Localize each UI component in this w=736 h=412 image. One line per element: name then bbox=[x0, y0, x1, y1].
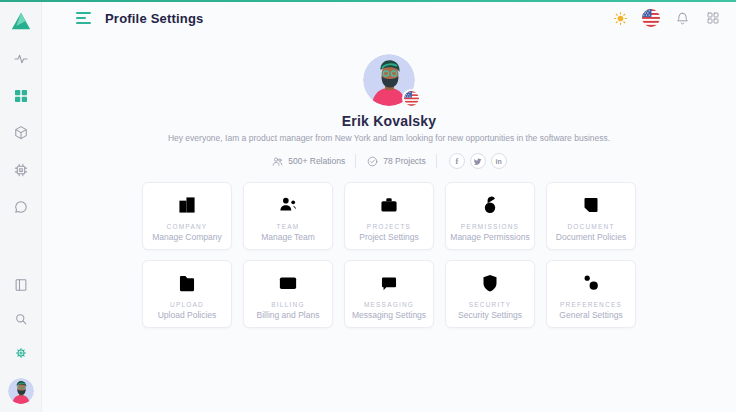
sidebar-item-settings[interactable] bbox=[12, 344, 30, 362]
language-selector-button[interactable] bbox=[642, 9, 660, 27]
settings-gear-icon bbox=[12, 344, 30, 362]
twitter-icon bbox=[473, 157, 482, 166]
card-document[interactable]: Document Document Policies bbox=[546, 182, 636, 250]
profile-name: Erik Kovalsky bbox=[342, 113, 436, 129]
triangle-logo-icon bbox=[10, 10, 32, 32]
card-category: Document bbox=[567, 223, 614, 230]
card-category: Company bbox=[167, 223, 208, 230]
top-accent-strip bbox=[0, 0, 736, 2]
menu-toggle-button[interactable] bbox=[76, 12, 92, 24]
card-company[interactable]: Company Manage Company bbox=[142, 182, 232, 250]
stat-relations-label: 500+ Relations bbox=[288, 156, 345, 166]
page-title: Profile Settings bbox=[105, 11, 204, 26]
sidebar-item-search[interactable] bbox=[12, 310, 30, 328]
card-category: Projects bbox=[367, 223, 411, 230]
divider bbox=[355, 154, 356, 168]
card-category: Messaging bbox=[364, 301, 414, 308]
sidebar-item-panels[interactable] bbox=[12, 276, 30, 294]
settings-cards-grid: Company Manage Company Team Manage Team … bbox=[142, 182, 636, 328]
shield-icon bbox=[477, 270, 503, 296]
app-logo[interactable] bbox=[9, 9, 33, 33]
unlock-icon bbox=[477, 192, 503, 218]
card-label: Manage Team bbox=[261, 232, 315, 242]
chip-icon bbox=[12, 161, 30, 179]
card-label: Upload Policies bbox=[158, 310, 217, 320]
building-icon bbox=[174, 192, 200, 218]
message-icon bbox=[376, 270, 402, 296]
stat-projects: 78 Projects bbox=[366, 155, 426, 168]
card-upload[interactable]: Upload Upload Policies bbox=[142, 260, 232, 328]
bell-icon bbox=[674, 10, 691, 27]
card-messaging[interactable]: Messaging Messaging Settings bbox=[344, 260, 434, 328]
users-icon bbox=[271, 155, 284, 168]
sidebar-item-packages[interactable] bbox=[12, 124, 30, 142]
header: Profile Settings bbox=[42, 2, 736, 34]
card-projects[interactable]: Projects Project Settings bbox=[344, 182, 434, 250]
card-label: Document Policies bbox=[556, 232, 626, 242]
sun-icon bbox=[612, 10, 629, 27]
facebook-button[interactable]: f bbox=[449, 153, 465, 169]
profile-stats: 500+ Relations 78 Projects f in bbox=[271, 153, 506, 169]
document-icon bbox=[578, 192, 604, 218]
search-icon bbox=[12, 310, 30, 328]
briefcase-icon bbox=[376, 192, 402, 218]
sidebar-item-chat[interactable] bbox=[12, 198, 30, 216]
gears-icon bbox=[578, 270, 604, 296]
card-label: Manage Company bbox=[152, 232, 221, 242]
linkedin-icon: in bbox=[496, 158, 502, 165]
card-category: Team bbox=[277, 223, 300, 230]
country-flag-badge bbox=[402, 89, 421, 108]
apps-grid-icon bbox=[705, 10, 721, 26]
check-circle-icon bbox=[366, 155, 379, 168]
stat-relations: 500+ Relations bbox=[271, 155, 345, 168]
card-label: Manage Permissions bbox=[450, 232, 529, 242]
sidebar-nav bbox=[12, 50, 30, 216]
menu-icon bbox=[76, 12, 91, 14]
sidebar-item-dashboard[interactable] bbox=[12, 87, 30, 105]
stat-projects-label: 78 Projects bbox=[383, 156, 426, 166]
card-label: Security Settings bbox=[458, 310, 522, 320]
chat-bubble-icon bbox=[12, 198, 30, 216]
card-category: Billing bbox=[271, 301, 304, 308]
card-label: General Settings bbox=[559, 310, 622, 320]
us-flag-icon bbox=[404, 91, 419, 106]
us-flag-icon bbox=[642, 9, 660, 27]
layout-panel-icon bbox=[12, 276, 30, 294]
notifications-button[interactable] bbox=[673, 9, 691, 27]
card-category: Upload bbox=[170, 301, 204, 308]
dashboard-grid-icon bbox=[12, 87, 30, 105]
activity-icon bbox=[12, 50, 30, 68]
user-avatar-image bbox=[8, 378, 34, 404]
card-category: Security bbox=[469, 301, 511, 308]
card-category: Preferences bbox=[560, 301, 622, 308]
folder-upload-icon bbox=[174, 270, 200, 296]
sidebar-bottom bbox=[8, 276, 34, 412]
card-team[interactable]: Team Manage Team bbox=[243, 182, 333, 250]
profile-settings-page: Erik Kovalsky Hey everyone, Iam a produc… bbox=[42, 34, 736, 412]
divider bbox=[436, 154, 437, 168]
linkedin-button[interactable]: in bbox=[491, 153, 507, 169]
apps-menu-button[interactable] bbox=[704, 9, 722, 27]
credit-card-icon bbox=[275, 270, 301, 296]
cube-icon bbox=[12, 124, 30, 142]
card-billing[interactable]: Billing Billing and Plans bbox=[243, 260, 333, 328]
theme-toggle-button[interactable] bbox=[611, 9, 629, 27]
profile-bio: Hey everyone, Iam a product manager from… bbox=[168, 133, 610, 143]
facebook-icon: f bbox=[455, 157, 458, 166]
sidebar bbox=[0, 2, 42, 412]
card-preferences[interactable]: Preferences General Settings bbox=[546, 260, 636, 328]
card-security[interactable]: Security Security Settings bbox=[445, 260, 535, 328]
card-label: Project Settings bbox=[359, 232, 419, 242]
team-icon bbox=[275, 192, 301, 218]
header-actions bbox=[611, 9, 722, 27]
sidebar-user-avatar[interactable] bbox=[8, 378, 34, 404]
twitter-button[interactable] bbox=[470, 153, 486, 169]
profile-avatar bbox=[363, 54, 415, 106]
card-label: Billing and Plans bbox=[257, 310, 320, 320]
card-label: Messaging Settings bbox=[352, 310, 426, 320]
sidebar-item-system[interactable] bbox=[12, 161, 30, 179]
social-links: f in bbox=[449, 153, 507, 169]
sidebar-item-activity[interactable] bbox=[12, 50, 30, 68]
card-category: Permissions bbox=[461, 223, 519, 230]
card-permissions[interactable]: Permissions Manage Permissions bbox=[445, 182, 535, 250]
